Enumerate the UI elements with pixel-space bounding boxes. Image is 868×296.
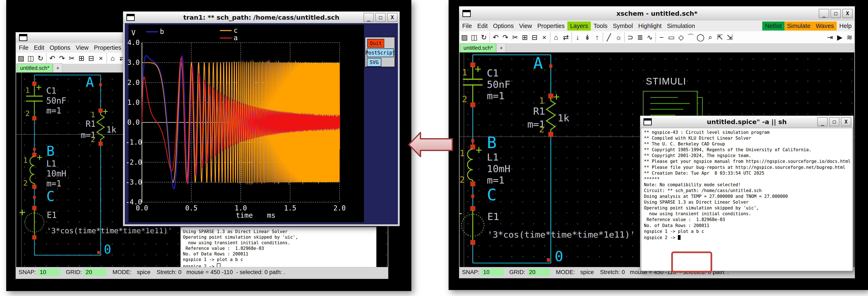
simulate-play-icon[interactable]: ▶ <box>835 32 845 42</box>
minimize-button[interactable]: _ <box>364 13 374 22</box>
close-button[interactable]: X <box>841 117 851 126</box>
window-title: xschem - untitled.sch* <box>476 6 838 21</box>
zoom-out-icon[interactable]: ⇱ <box>715 32 725 42</box>
menu-options[interactable]: Options <box>47 43 73 52</box>
menu-highlight[interactable]: Highlight <box>636 22 664 30</box>
menu-view[interactable]: View <box>517 22 535 30</box>
menu-netlist[interactable]: Netlist <box>762 22 784 30</box>
menu-properties[interactable]: Properties <box>91 43 124 52</box>
save-icon[interactable]: ◫ <box>26 53 36 63</box>
y-tick-label: 3.0 <box>126 58 140 66</box>
stretch-status: Stretch: 0 <box>600 269 625 275</box>
new-tab-button[interactable]: + <box>497 43 506 52</box>
waves-graph-icon[interactable]: ≋ <box>845 32 854 42</box>
plot-area[interactable]: V bca 4.03.02.01.00.0-1.0-2.0-3.0-4.00.0… <box>128 25 364 222</box>
netlist-icon[interactable]: ≣ <box>635 32 645 42</box>
redo-icon[interactable]: ↷ <box>57 53 67 63</box>
net-marker <box>99 83 102 86</box>
save-icon[interactable]: ◫ <box>469 32 479 42</box>
menu-edit[interactable]: Edit <box>31 43 47 52</box>
tab-untitled-sch[interactable]: untitled.sch* <box>460 43 496 52</box>
copy-icon[interactable]: ⊞ <box>520 32 530 42</box>
menu-view[interactable]: View <box>73 43 91 52</box>
menu-waves[interactable]: Waves <box>813 22 837 30</box>
y-tick-label: 0.0 <box>126 118 140 126</box>
menu-layers[interactable]: Layers <box>567 22 591 30</box>
maximize-button[interactable]: □ <box>831 9 841 18</box>
wire-icon[interactable]: ╱ <box>604 32 614 42</box>
rect-icon[interactable]: ▭ <box>666 32 676 42</box>
close-button[interactable]: X <box>387 13 398 22</box>
cut-icon[interactable]: ✂ <box>510 32 520 42</box>
descend-icon[interactable]: ↡ <box>583 32 592 42</box>
terminal-output[interactable]: ** ngspice-43 : Circuit level simulation… <box>641 128 852 271</box>
paste-icon[interactable]: ⊟ <box>530 32 539 42</box>
l1-mult-label: m=1 <box>46 179 61 188</box>
pin-square <box>98 142 103 146</box>
maximize-button[interactable]: □ <box>829 117 839 126</box>
line-icon[interactable]: − <box>657 32 666 42</box>
delete-icon[interactable]: × <box>539 32 549 42</box>
search-icon[interactable]: ⌕ <box>705 32 715 42</box>
reload-icon[interactable]: ↻ <box>479 32 489 42</box>
new-tab-button[interactable]: + <box>53 63 62 73</box>
polygon-icon[interactable]: ◇ <box>676 32 686 42</box>
swap-icon[interactable]: ⇄ <box>561 32 571 42</box>
menu-simulation[interactable]: Simulation <box>664 22 698 30</box>
mode-value: spice <box>137 269 150 275</box>
c1-value-label: 50nF <box>46 96 66 105</box>
net-label-icon[interactable]: ⊃ <box>625 32 635 42</box>
x-tick-label: 1.5 <box>280 204 300 212</box>
quit-button[interactable]: Quit <box>367 39 384 48</box>
menu-help[interactable]: Help <box>837 22 854 30</box>
titlebar[interactable]: untitled.spice" -a || sh _□X <box>640 116 853 128</box>
menu-symbol[interactable]: Symbol <box>610 22 636 30</box>
menu-tools[interactable]: Tools <box>591 22 610 30</box>
x-tick-label: 0.5 <box>182 204 201 212</box>
maximize-button[interactable]: □ <box>375 13 386 22</box>
close-button[interactable]: X <box>842 9 853 18</box>
menu-simulate[interactable]: Simulate <box>784 22 813 30</box>
embedded-ngspice-console[interactable]: Using SPARSE 1.3 as Direct Linear Solver… <box>180 226 376 267</box>
toolbar: ▨◫↻↶↷✂⊞⊟×⌂⇄↓↡↑╱☼⊃≣∿−▭◇⌒◯⌕⇱⇲⇥▶≋ <box>460 31 854 44</box>
push-down-icon[interactable]: ↓ <box>573 32 583 42</box>
redo-icon[interactable]: ↷ <box>500 32 510 42</box>
open-file-icon[interactable]: ▨ <box>16 53 26 63</box>
c1-pin2-number: 2 <box>462 94 467 104</box>
circle-icon[interactable]: ◯ <box>695 32 705 42</box>
console-line: No. of Data Rows : 200011 <box>183 251 374 257</box>
undo-icon[interactable]: ↶ <box>491 32 500 42</box>
arc-icon[interactable]: ⌒ <box>686 32 695 42</box>
tab-untitled-sch[interactable]: untitled.sch* <box>17 63 53 73</box>
waveform-canvas[interactable] <box>128 25 364 222</box>
postscript-button[interactable]: PostScript <box>367 49 394 57</box>
menu-properties[interactable]: Properties <box>535 22 567 30</box>
console-line: ** Copyright 2001-2024, The ngspice team… <box>644 153 849 158</box>
component-icon[interactable]: ∿ <box>645 32 655 42</box>
edit-symbol-icon[interactable]: ⌂ <box>108 53 118 63</box>
menu-file[interactable]: File <box>460 22 475 30</box>
titlebar[interactable]: tran1: ** sch_path: /home/cass/untitled.… <box>123 11 400 23</box>
zoom-in-icon[interactable]: ⇲ <box>725 32 735 42</box>
copy-icon[interactable]: ⊞ <box>76 53 86 63</box>
netlist-file-icon[interactable]: ⇥ <box>825 32 835 42</box>
menu-options[interactable]: Options <box>490 22 517 30</box>
toolbar-separator <box>46 53 46 63</box>
menu-edit[interactable]: Edit <box>475 22 490 30</box>
pop-up-icon[interactable]: ↑ <box>592 32 602 42</box>
origin-axis-vertical <box>464 52 464 267</box>
undo-icon[interactable]: ↶ <box>48 53 57 63</box>
cut-icon[interactable]: ✂ <box>67 53 76 63</box>
open-file-icon[interactable]: ▨ <box>460 32 469 42</box>
delete-icon[interactable]: × <box>96 53 106 63</box>
svg-button[interactable]: SVG <box>367 58 381 67</box>
minimize-button[interactable]: _ <box>819 9 829 18</box>
paste-icon[interactable]: ⊟ <box>86 53 96 63</box>
titlebar[interactable]: xschem - untitled.sch* _□X <box>459 6 855 21</box>
reload-icon[interactable]: ↻ <box>36 53 45 63</box>
edit-symbol-icon[interactable]: ⌂ <box>551 32 561 42</box>
menu-file[interactable]: File <box>16 43 31 52</box>
x-tick-label: 0.0 <box>132 204 152 212</box>
minimize-button[interactable]: _ <box>817 117 828 126</box>
highlight-icon[interactable]: ☼ <box>614 32 623 42</box>
